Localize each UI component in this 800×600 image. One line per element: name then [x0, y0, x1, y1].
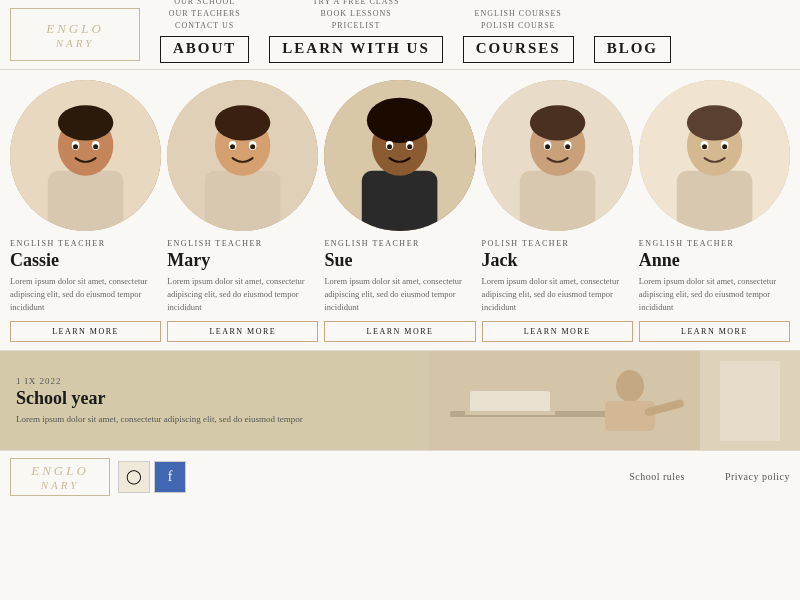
teacher-description: Lorem ipsum dolor sit amet, consectetur …: [167, 275, 318, 313]
teacher-card-anne: ENGLISH TEACHER Anne Lorem ipsum dolor s…: [639, 80, 790, 342]
learn-more-button[interactable]: LEARN MORE: [639, 321, 790, 342]
svg-point-23: [387, 144, 392, 149]
svg-rect-1: [48, 171, 124, 231]
svg-rect-26: [519, 171, 595, 231]
blog-title: School year: [16, 388, 414, 409]
svg-point-14: [230, 144, 235, 149]
svg-rect-46: [605, 401, 655, 431]
learn-more-button[interactable]: LEARN MORE: [10, 321, 161, 342]
svg-point-40: [722, 144, 727, 149]
footer-logo-line2: NARY: [41, 479, 80, 491]
svg-point-31: [545, 144, 550, 149]
blog-description: Lorem ipsum dolor sit amet, consectetur …: [16, 413, 414, 426]
nav-sub-contact[interactable]: CONTACT US: [175, 20, 234, 32]
nav-sub-book-lessons[interactable]: BOOK LESSONS: [320, 8, 391, 20]
nav-sub-pricelist[interactable]: PRICELIST: [332, 20, 381, 32]
svg-rect-49: [720, 361, 780, 441]
nav-blog-label: BLOG: [594, 36, 671, 63]
teacher-role: POLISH TEACHER: [482, 239, 570, 248]
teacher-image-anne: [639, 80, 790, 231]
nav-learn-label: LEARN WITH US: [269, 36, 442, 63]
footer-logo[interactable]: ENGLO NARY: [10, 458, 110, 496]
teacher-card-sue: ENGLISH TEACHER Sue Lorem ipsum dolor si…: [324, 80, 475, 342]
nav-courses-sub: ENGLISH COURSES POLISH COURSE: [475, 8, 562, 32]
teacher-image-cassie: [10, 80, 161, 231]
teacher-description: Lorem ipsum dolor sit amet, consectetur …: [10, 275, 161, 313]
svg-point-15: [250, 144, 255, 149]
teacher-role: ENGLISH TEACHER: [639, 239, 734, 248]
teachers-section: ENGLISH TEACHER Cassie Lorem ipsum dolor…: [0, 70, 800, 350]
teacher-card-cassie: ENGLISH TEACHER Cassie Lorem ipsum dolor…: [10, 80, 161, 342]
nav-sub-our-teachers[interactable]: OUR TEACHERS: [169, 8, 241, 20]
svg-point-36: [687, 105, 742, 140]
learn-more-button[interactable]: LEARN MORE: [482, 321, 633, 342]
svg-rect-9: [205, 171, 281, 231]
svg-point-45: [616, 370, 644, 402]
nav-learn-sub: TRY A FREE CLASS BOOK LESSONS PRICELIST: [313, 0, 400, 32]
teacher-card-mary: ENGLISH TEACHER Mary Lorem ipsum dolor s…: [167, 80, 318, 342]
teacher-name: Sue: [324, 250, 352, 271]
blog-promo: 1 IX 2022 School year Lorem ipsum dolor …: [0, 351, 430, 450]
teacher-image-mary: [167, 80, 318, 231]
nav-courses[interactable]: ENGLISH COURSES POLISH COURSE COURSES: [453, 0, 584, 69]
nav-sub-free-class[interactable]: TRY A FREE CLASS: [313, 0, 400, 8]
main-nav: OUR SCHOOL OUR TEACHERS CONTACT US ABOUT…: [150, 0, 800, 69]
svg-point-20: [367, 98, 433, 143]
svg-point-7: [93, 144, 98, 149]
teacher-card-jack: POLISH TEACHER Jack Lorem ipsum dolor si…: [482, 80, 633, 342]
footer: ENGLO NARY ◯ f School rules Privacy poli…: [0, 450, 800, 502]
teacher-name: Mary: [167, 250, 210, 271]
nav-about[interactable]: OUR SCHOOL OUR TEACHERS CONTACT US ABOUT: [150, 0, 259, 69]
teacher-description: Lorem ipsum dolor sit amet, consectetur …: [482, 275, 633, 313]
nav-blog[interactable]: BLOG: [584, 0, 681, 69]
svg-point-32: [565, 144, 570, 149]
svg-point-11: [215, 105, 270, 140]
nav-about-sub: OUR SCHOOL OUR TEACHERS CONTACT US: [169, 0, 241, 32]
header: ENGLO NARY OUR SCHOOL OUR TEACHERS CONTA…: [0, 0, 800, 70]
learn-more-button[interactable]: LEARN MORE: [324, 321, 475, 342]
footer-logo-line1: ENGLO: [31, 463, 89, 479]
nav-sub-our-school[interactable]: OUR SCHOOL: [174, 0, 235, 8]
svg-point-6: [73, 144, 78, 149]
teacher-role: ENGLISH TEACHER: [167, 239, 262, 248]
footer-socials: ◯ f: [118, 461, 186, 493]
teacher-name: Anne: [639, 250, 680, 271]
logo-line1: ENGLO: [46, 21, 104, 37]
logo[interactable]: ENGLO NARY: [10, 8, 140, 61]
svg-rect-43: [470, 391, 550, 413]
school-rules-link[interactable]: School rules: [629, 471, 685, 482]
blog-image: [430, 351, 800, 450]
teacher-name: Cassie: [10, 250, 59, 271]
footer-links: School rules Privacy policy: [629, 471, 790, 482]
blog-date: 1 IX 2022: [16, 376, 414, 386]
privacy-policy-link[interactable]: Privacy policy: [725, 471, 790, 482]
teacher-role: ENGLISH TEACHER: [10, 239, 105, 248]
svg-point-39: [702, 144, 707, 149]
teacher-description: Lorem ipsum dolor sit amet, consectetur …: [639, 275, 790, 313]
learn-more-button[interactable]: LEARN MORE: [167, 321, 318, 342]
nav-sub-polish-course[interactable]: POLISH COURSE: [481, 20, 556, 32]
teacher-role: ENGLISH TEACHER: [324, 239, 419, 248]
bottom-section: 1 IX 2022 School year Lorem ipsum dolor …: [0, 350, 800, 450]
svg-point-3: [58, 105, 113, 140]
teacher-image-sue: [324, 80, 475, 231]
facebook-button[interactable]: f: [154, 461, 186, 493]
teacher-description: Lorem ipsum dolor sit amet, consectetur …: [324, 275, 475, 313]
svg-point-24: [408, 144, 413, 149]
instagram-icon: ◯: [126, 468, 142, 485]
teacher-image-jack: [482, 80, 633, 231]
teacher-name: Jack: [482, 250, 518, 271]
nav-sub-english-courses[interactable]: ENGLISH COURSES: [475, 8, 562, 20]
svg-rect-17: [362, 171, 438, 231]
facebook-icon: f: [168, 469, 173, 485]
instagram-button[interactable]: ◯: [118, 461, 150, 493]
svg-rect-44: [465, 411, 555, 415]
nav-about-label: ABOUT: [160, 36, 249, 63]
svg-rect-34: [677, 171, 753, 231]
nav-learn[interactable]: TRY A FREE CLASS BOOK LESSONS PRICELIST …: [259, 0, 452, 69]
logo-line2: NARY: [56, 37, 95, 49]
nav-courses-label: COURSES: [463, 36, 574, 63]
svg-point-28: [529, 105, 584, 140]
